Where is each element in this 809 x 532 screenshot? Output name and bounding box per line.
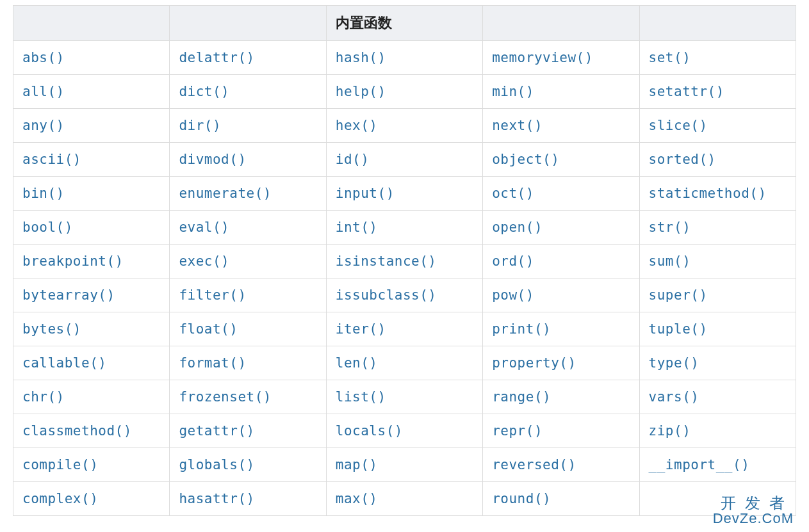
function-link[interactable]: classmethod() [22,423,132,439]
function-link[interactable]: print() [492,321,551,337]
table-cell: max() [326,482,482,516]
function-link[interactable]: eval() [179,220,229,235]
function-link[interactable]: ascii() [22,152,81,167]
table-cell: id() [326,143,482,177]
function-link[interactable]: super() [649,287,708,303]
table-cell: bytes() [13,312,170,346]
function-link[interactable]: str() [649,220,691,235]
function-link[interactable]: help() [336,84,386,99]
function-link[interactable]: iter() [336,321,386,337]
function-link[interactable]: repr() [492,423,543,439]
function-link[interactable]: round() [492,491,551,506]
function-link[interactable]: setattr() [649,84,724,99]
function-link[interactable]: dict() [179,84,229,99]
function-link[interactable]: chr() [22,389,65,405]
function-link[interactable]: bin() [22,186,65,201]
function-link[interactable]: callable() [22,355,106,371]
function-link[interactable]: sorted() [649,152,716,167]
function-link[interactable]: locals() [336,423,403,439]
table-cell: hash() [326,41,482,75]
table-cell: slice() [639,109,796,143]
table-cell: bytearray() [13,278,170,312]
function-link[interactable]: divmod() [179,152,246,167]
function-link[interactable]: tuple() [649,321,708,337]
function-link[interactable]: format() [179,355,246,371]
builtin-functions-table: 内置函数 abs()delattr()hash()memoryview()set… [13,5,796,516]
function-link[interactable]: next() [492,118,543,133]
table-cell: setattr() [639,75,796,109]
function-link[interactable]: delattr() [179,50,254,65]
function-link[interactable]: isinstance() [336,254,437,269]
function-link[interactable]: type() [649,355,699,371]
table-header-cell [639,6,796,41]
table-cell: print() [483,312,639,346]
function-link[interactable]: range() [492,389,551,405]
table-cell: compile() [13,448,170,482]
function-link[interactable]: zip() [649,423,691,439]
function-link[interactable]: bytearray() [22,287,115,303]
function-link[interactable]: compile() [22,457,98,472]
table-cell: bin() [13,177,170,211]
function-link[interactable]: property() [492,355,576,371]
function-link[interactable]: enumerate() [179,186,272,201]
function-link[interactable]: min() [492,84,534,99]
function-link[interactable]: frozenset() [179,389,272,405]
function-link[interactable]: exec() [179,254,229,269]
table-cell: abs() [13,41,170,75]
table-cell: float() [170,312,326,346]
table-row: bin()enumerate()input()oct()staticmethod… [13,177,796,211]
function-link[interactable]: open() [492,220,543,235]
function-link[interactable]: issubclass() [336,287,437,303]
function-link[interactable]: max() [336,491,378,506]
table-cell: exec() [170,245,326,278]
table-cell: hasattr() [170,482,326,516]
function-link[interactable]: float() [179,321,238,337]
table-row: bytearray()filter()issubclass()pow()supe… [13,278,796,312]
function-link[interactable]: slice() [649,118,708,133]
function-link[interactable]: staticmethod() [649,186,767,201]
function-link[interactable]: getattr() [179,423,254,439]
table-cell: min() [483,75,639,109]
function-link[interactable]: vars() [649,389,699,405]
function-link[interactable]: oct() [492,186,534,201]
function-link[interactable]: breakpoint() [22,254,124,269]
table-cell: bool() [13,211,170,245]
function-link[interactable]: bytes() [22,321,81,337]
function-link[interactable]: filter() [179,287,246,303]
function-link[interactable]: int() [336,220,378,235]
table-cell: sorted() [639,143,796,177]
table-cell: open() [483,211,639,245]
function-link[interactable]: hasattr() [179,491,254,506]
function-link[interactable]: reversed() [492,457,576,472]
table-cell: repr() [483,414,639,448]
table-cell: dict() [170,75,326,109]
function-link[interactable]: object() [492,152,559,167]
function-link[interactable]: any() [22,118,65,133]
function-link[interactable]: hex() [336,118,378,133]
table-cell: property() [483,346,639,380]
table-cell: str() [639,211,796,245]
function-link[interactable]: complex() [22,491,98,506]
function-link[interactable]: set() [649,50,691,65]
function-link[interactable]: map() [336,457,378,472]
table-cell: ascii() [13,143,170,177]
function-link[interactable]: all() [22,84,65,99]
function-link[interactable]: bool() [22,220,73,235]
function-link[interactable]: pow() [492,287,534,303]
table-cell: isinstance() [326,245,482,278]
function-link[interactable]: id() [336,152,370,167]
function-link[interactable]: ord() [492,254,534,269]
function-link[interactable]: len() [336,355,378,371]
function-link[interactable]: abs() [22,50,65,65]
function-link[interactable]: dir() [179,118,221,133]
function-link[interactable]: hash() [336,50,386,65]
function-link[interactable]: list() [336,389,386,405]
table-row: bytes()float()iter()print()tuple() [13,312,796,346]
function-link[interactable]: globals() [179,457,254,472]
function-link[interactable]: input() [336,186,395,201]
function-link[interactable]: __import__() [649,457,750,472]
function-link[interactable]: memoryview() [492,50,593,65]
table-cell: locals() [326,414,482,448]
table-cell: format() [170,346,326,380]
function-link[interactable]: sum() [649,254,691,269]
